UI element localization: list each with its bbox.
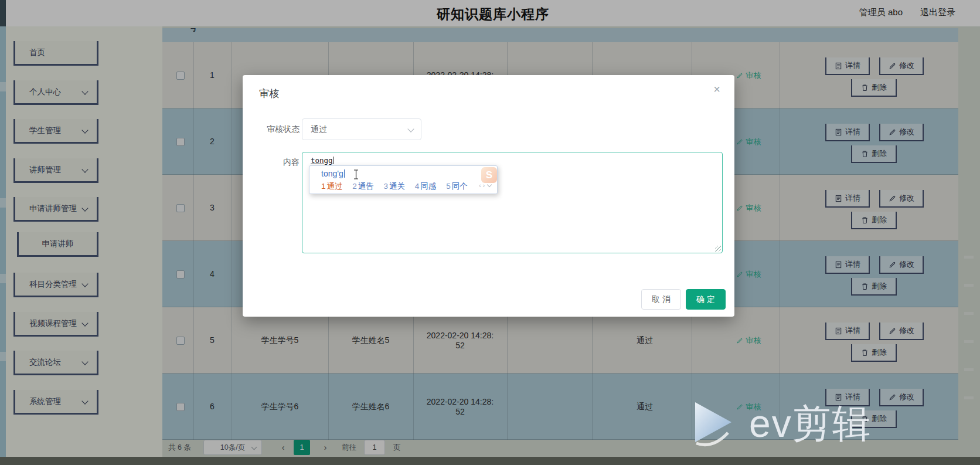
chevron-down-icon [407, 125, 414, 132]
ime-composition-text: tongg [311, 156, 334, 165]
app-root: 研知识题库小程序 管理员 abo 退出登录 首页 个人中心 学生管理 讲师管理 … [0, 0, 980, 465]
ime-logo-icon: S [481, 167, 497, 183]
ime-candidate[interactable]: 3通关 [384, 182, 406, 191]
ime-candidate[interactable]: 1通过 [321, 182, 343, 191]
cancel-button[interactable]: 取 消 [641, 289, 681, 310]
ime-candidate[interactable]: 5同个 [446, 182, 468, 191]
chevron-down-icon [487, 182, 492, 187]
review-status-select[interactable]: 通过 [302, 118, 421, 140]
content-field-label: 内容 [241, 157, 300, 168]
text-cursor-icon [353, 169, 359, 179]
video-watermark: ev剪辑 [693, 398, 872, 450]
play-triangle-icon [693, 400, 735, 448]
ime-pager-arrows[interactable]: ‹› [479, 182, 491, 189]
status-field-label: 审核状态 [241, 124, 300, 135]
ime-input-text: tong'g [321, 169, 345, 178]
close-icon[interactable]: × [713, 83, 720, 95]
ime-candidate[interactable]: 4同感 [415, 182, 437, 191]
confirm-button[interactable]: 确 定 [686, 289, 726, 310]
review-dialog: 审核 × 审核状态 通过 内容 tongg 取 消 确 定 [243, 75, 734, 317]
textarea-resize-handle[interactable] [715, 246, 721, 252]
watermark-text: ev剪辑 [749, 398, 872, 450]
dialog-title: 审核 [259, 87, 279, 100]
ime-candidate[interactable]: 2通告 [352, 182, 374, 191]
ime-popup: tong'g 1通过 2通告 3通关 4同感 5同个 ‹› S [309, 165, 498, 194]
ime-candidate-list: 1通过 2通告 3通关 4同感 5同个 [321, 181, 475, 192]
